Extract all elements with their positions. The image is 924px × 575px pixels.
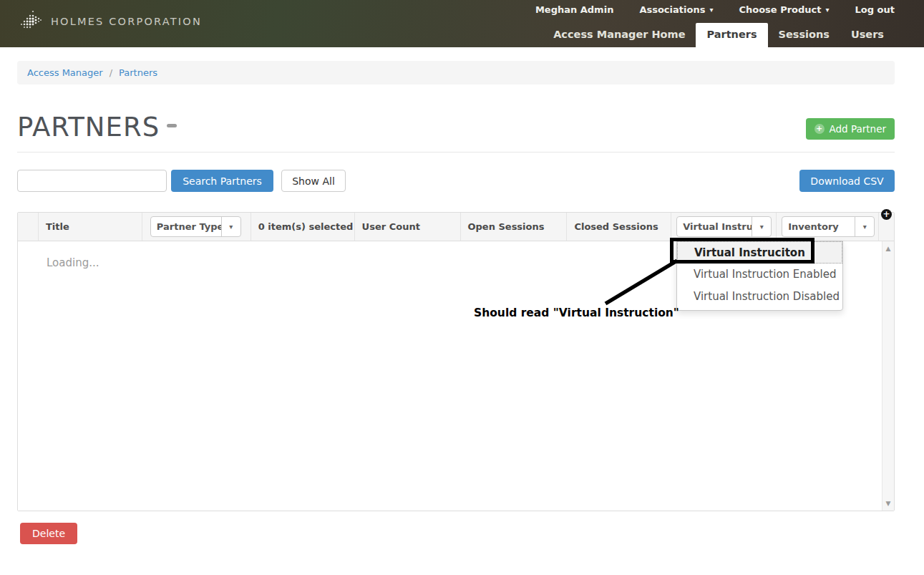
- header-user-count: User Count: [355, 213, 461, 241]
- dropdown-option-virtual-instruciton[interactable]: Virtual Instruciton: [677, 241, 842, 264]
- caret-down-icon: ▾: [855, 217, 874, 236]
- add-partner-button[interactable]: + Add Partner: [806, 118, 895, 140]
- add-partner-label: Add Partner: [830, 123, 887, 135]
- tab-access-manager-home[interactable]: Access Manager Home: [543, 23, 696, 47]
- caret-down-icon: ▾: [752, 217, 771, 236]
- header-open-sessions: Open Sessions: [461, 213, 568, 241]
- header-closed-sessions: Closed Sessions: [567, 213, 671, 241]
- breadcrumb-partners[interactable]: Partners: [119, 67, 157, 78]
- caret-down-icon: ▾: [709, 6, 713, 14]
- plus-circle-icon: +: [814, 124, 825, 134]
- header-virtual-instruction-cell: Virtual Instruciton ▾: [671, 213, 777, 241]
- associations-label: Associations: [639, 4, 705, 15]
- virtual-instruction-filter-label: Virtual Instruciton: [677, 217, 752, 236]
- associations-menu[interactable]: Associations ▾: [639, 4, 713, 15]
- tab-nav: Access Manager Home Partners Sessions Us…: [543, 23, 895, 47]
- search-input[interactable]: [17, 170, 167, 192]
- items-selected-label: 0 item(s) selected: [258, 221, 354, 232]
- add-column-icon[interactable]: +: [881, 209, 892, 220]
- virtual-instruction-dropdown: Virtual Instruciton Virtual Instruction …: [676, 241, 843, 311]
- header-inventory-cell: Inventory ▾: [777, 213, 879, 241]
- breadcrumb: Access Manager / Partners: [17, 61, 895, 84]
- loading-message: Loading...: [47, 256, 99, 269]
- logout-link[interactable]: Log out: [855, 4, 895, 15]
- section-divider: [17, 152, 895, 153]
- partner-type-filter[interactable]: Partner Type ▾: [150, 216, 241, 237]
- dropdown-option-enabled[interactable]: Virtual Instruction Enabled: [677, 264, 842, 286]
- holmes-logo-icon: [19, 9, 43, 34]
- partner-type-filter-label: Partner Type: [151, 217, 221, 236]
- choose-product-menu[interactable]: Choose Product ▾: [739, 4, 829, 15]
- tab-users[interactable]: Users: [840, 23, 895, 47]
- virtual-instruction-filter[interactable]: Virtual Instruciton ▾: [676, 216, 772, 237]
- header-items-selected-cell: 0 item(s) selected ▾: [251, 213, 355, 241]
- page-title: PARTNERS: [17, 112, 177, 142]
- page-title-text: PARTNERS: [17, 112, 160, 142]
- dropdown-option-disabled[interactable]: Virtual Instruction Disabled: [677, 286, 842, 308]
- tab-sessions[interactable]: Sessions: [768, 23, 840, 47]
- inventory-filter-label: Inventory: [782, 217, 855, 236]
- brand-name: HOLMES CORPORATION: [51, 16, 202, 27]
- show-all-button[interactable]: Show All: [281, 170, 346, 192]
- top-nav: Meghan Admin Associations ▾ Choose Produ…: [535, 2, 895, 16]
- search-row: Search Partners Show All Download CSV: [17, 170, 895, 192]
- tab-partners[interactable]: Partners: [696, 23, 767, 47]
- choose-product-label: Choose Product: [739, 4, 821, 15]
- caret-down-icon: ▾: [221, 217, 240, 236]
- caret-down-icon: ▾: [826, 6, 830, 14]
- search-partners-button[interactable]: Search Partners: [171, 170, 273, 192]
- breadcrumb-access-manager[interactable]: Access Manager: [27, 67, 103, 78]
- dash-icon: [167, 124, 177, 127]
- table-header-row: Title Partner Type ▾ 0 item(s) selected …: [18, 213, 894, 241]
- delete-button[interactable]: Delete: [20, 523, 77, 544]
- items-selected-dropdown[interactable]: 0 item(s) selected ▾: [258, 221, 355, 232]
- scroll-up-icon[interactable]: ▲: [882, 245, 894, 252]
- scroll-down-icon[interactable]: ▼: [882, 500, 894, 507]
- inventory-filter[interactable]: Inventory ▾: [782, 216, 875, 237]
- header-title: Title: [39, 213, 142, 241]
- user-menu[interactable]: Meghan Admin: [535, 4, 614, 15]
- header-partner-type-cell: Partner Type ▾: [142, 213, 251, 241]
- download-csv-button[interactable]: Download CSV: [799, 170, 895, 192]
- table-scrollbar[interactable]: ▲ ▼: [882, 241, 894, 511]
- annotation-text: Should read "Virtual Instruction": [474, 306, 679, 319]
- brand: HOLMES CORPORATION: [19, 9, 202, 34]
- header-checkbox-cell: [18, 213, 39, 241]
- app-header: HOLMES CORPORATION Meghan Admin Associat…: [0, 0, 924, 47]
- breadcrumb-separator: /: [110, 67, 112, 78]
